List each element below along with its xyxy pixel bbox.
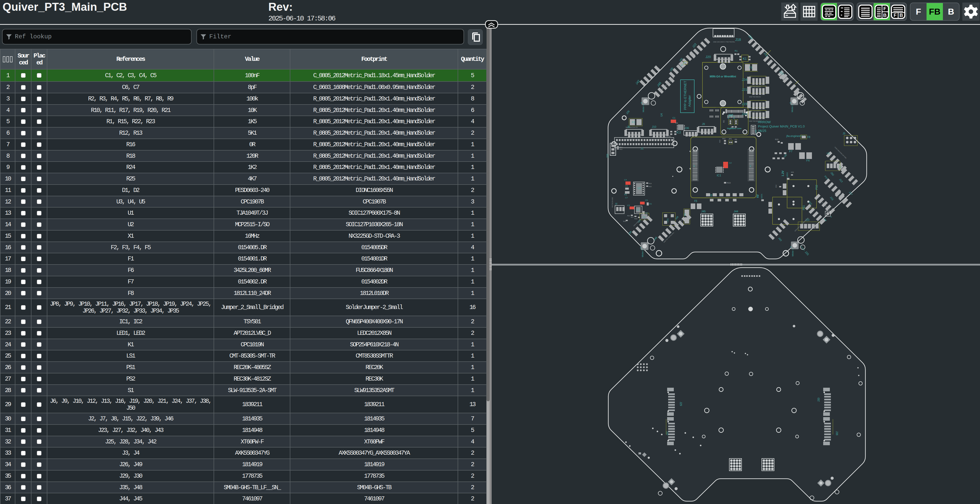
svg-text:+: + — [830, 216, 832, 218]
svg-text:B: B — [883, 13, 887, 18]
svg-text:J6: J6 — [627, 125, 630, 128]
svg-text:Motor 4: Motor 4 — [642, 104, 644, 112]
svg-text:IC2: IC2 — [677, 131, 681, 134]
svg-text:J38: J38 — [835, 431, 838, 436]
svg-text:R34: R34 — [775, 184, 777, 188]
svg-text:J42: J42 — [635, 79, 641, 86]
svg-text:J19: J19 — [742, 102, 747, 106]
svg-text:Adapter: Adapter — [687, 95, 692, 107]
svg-text:J44: J44 — [733, 210, 738, 213]
svg-text:GND TXD RXD 5V: GND TXD RXD 5V — [749, 96, 761, 98]
svg-text:JP2: JP2 — [733, 116, 735, 119]
svg-text:R17: R17 — [631, 217, 634, 218]
svg-text:R22: R22 — [727, 182, 731, 184]
svg-text:J29: J29 — [679, 402, 682, 406]
svg-text:R21: R21 — [627, 215, 630, 217]
svg-text:C5: C5 — [645, 199, 648, 201]
svg-text:R35: R35 — [791, 171, 794, 173]
svg-text:C7: C7 — [625, 197, 628, 199]
svg-text:+: + — [789, 101, 791, 105]
svg-text:LED1: LED1 — [760, 193, 763, 199]
svg-text:J4: J4 — [749, 165, 752, 167]
svg-text:J18: J18 — [735, 38, 741, 42]
svg-text:J20: J20 — [706, 55, 711, 59]
svg-text:C3: C3 — [627, 204, 630, 206]
svg-text:JP5: JP5 — [729, 138, 732, 140]
svg-text:J36: J36 — [684, 127, 689, 130]
svg-text:J5: J5 — [843, 132, 845, 135]
svg-text:GND CAN CAN 5 V TXD TXD RX+: GND CAN CAN 5 V TXD TXD RX+ — [713, 41, 735, 43]
svg-text:J30: J30 — [817, 398, 820, 402]
svg-text:PS2: PS2 — [815, 185, 818, 190]
svg-text:J9: J9 — [702, 122, 705, 125]
svg-text:ARROW: ARROW — [758, 120, 771, 124]
svg-text:J2: J2 — [615, 203, 617, 205]
svg-text:F7: F7 — [789, 150, 792, 153]
svg-text:LS1: LS1 — [667, 218, 669, 222]
svg-text:LED2: LED2 — [786, 172, 788, 178]
svg-text:F6: F6 — [694, 200, 697, 203]
svg-text:Motor 3: Motor 3 — [641, 249, 644, 257]
svg-text:F: F — [894, 13, 897, 18]
svg-text:J45: J45 — [701, 210, 706, 213]
svg-text:R18: R18 — [635, 218, 638, 220]
svg-text:J33: J33 — [606, 154, 609, 158]
svg-text:J3: J3 — [693, 165, 695, 167]
svg-text:U1: U1 — [636, 209, 639, 211]
svg-text:J10: J10 — [652, 125, 656, 128]
svg-text:F4: F4 — [806, 159, 810, 162]
svg-text:R20: R20 — [649, 186, 652, 187]
svg-text:F: F — [883, 6, 886, 11]
svg-text:F8: F8 — [807, 136, 810, 138]
svg-text:R11: R11 — [722, 138, 725, 139]
svg-text:R5: R5 — [734, 126, 736, 128]
svg-text:+: + — [640, 246, 641, 250]
svg-text:+: + — [790, 246, 792, 249]
svg-text:JP1: JP1 — [727, 116, 729, 119]
svg-text:Motor 2: Motor 2 — [791, 104, 794, 112]
svg-text:1.2V: 1.2V — [781, 170, 784, 176]
svg-text:R8: R8 — [735, 138, 737, 140]
svg-text:C2: C2 — [729, 162, 732, 164]
svg-text:PS1: PS1 — [802, 205, 805, 210]
svg-text:R2: R2 — [723, 120, 725, 123]
svg-text:R3: R3 — [675, 122, 678, 124]
svg-text:R15: R15 — [775, 138, 778, 140]
svg-text:IC1: IC1 — [717, 174, 721, 177]
svg-text:R6 R7: R6 R7 — [666, 135, 671, 137]
svg-text:06/25: 06/25 — [758, 129, 767, 133]
svg-text:R16: R16 — [623, 220, 626, 222]
svg-text:J1: J1 — [641, 147, 644, 150]
svg-text:RX2 TX2 5V GND: RX2 TX2 5V GND — [612, 197, 613, 208]
svg-text:J25: J25 — [804, 250, 810, 256]
svg-text:J21: J21 — [742, 88, 747, 92]
svg-text:C6: C6 — [625, 185, 628, 187]
svg-text:F2: F2 — [632, 120, 635, 124]
svg-text:D1: D1 — [649, 203, 652, 205]
svg-text:R1: R1 — [735, 49, 738, 52]
svg-text:+: + — [641, 101, 642, 105]
svg-text:R12: R12 — [620, 149, 623, 150]
svg-text:U4: U4 — [660, 113, 663, 117]
svg-text:C4: C4 — [624, 179, 627, 181]
svg-text:R10: R10 — [719, 139, 721, 143]
svg-text:J24: J24 — [742, 78, 747, 81]
svg-text:5V: 5V — [756, 194, 759, 198]
svg-text:K1: K1 — [743, 57, 747, 60]
svg-text:B: B — [899, 13, 903, 18]
svg-text:R4: R4 — [730, 127, 733, 128]
svg-text:PPP to ETHERNET: PPP to ETHERNET — [683, 81, 687, 110]
svg-text:C1: C1 — [673, 117, 676, 119]
svg-text:X1: X1 — [624, 193, 627, 196]
svg-text:Motor 1: Motor 1 — [791, 249, 794, 256]
svg-text:R19: R19 — [649, 183, 652, 184]
svg-text:Project Quiver MAIN_PCB V1.0: Project Quiver MAIN_PCB V1.0 — [758, 124, 805, 128]
svg-text:U2: U2 — [638, 187, 641, 190]
svg-text:F1: F1 — [749, 66, 752, 69]
svg-text:M9N-G4 or WrenMini: M9N-G4 or WrenMini — [710, 75, 736, 78]
svg-text:J48: J48 — [755, 130, 757, 133]
